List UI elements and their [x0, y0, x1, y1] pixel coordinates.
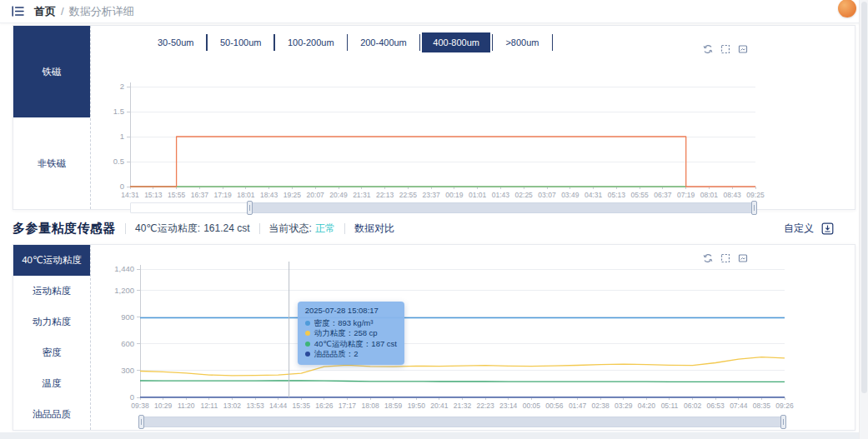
x-tick-label: 14:31	[121, 191, 139, 199]
tab-separator	[419, 34, 421, 51]
x-tick-label: 00:19	[445, 191, 464, 199]
sidebar-item-密度[interactable]: 密度	[13, 337, 90, 368]
x-tick-label: 19:25	[283, 191, 302, 199]
x-tick-label: 18:59	[384, 402, 403, 410]
scrollbar-thumb[interactable]	[861, 2, 867, 393]
y-tick-label: 2	[120, 82, 124, 91]
sidebar-item-温度[interactable]: 温度	[13, 368, 90, 399]
x-tick-label: 08:01	[700, 191, 719, 199]
tab-200-400um[interactable]: 200-400um	[349, 32, 418, 52]
tab-100-200um[interactable]: 100-200um	[277, 32, 345, 52]
x-tick-label: 00:56	[545, 402, 564, 410]
save-image-icon[interactable]	[738, 253, 748, 263]
x-tick-label: 07:44	[730, 402, 748, 410]
data-zoom-icon[interactable]	[720, 253, 730, 263]
x-tick-label: 12:11	[201, 402, 218, 410]
x-tick-label: 23:14	[499, 402, 518, 410]
grid	[140, 269, 785, 371]
y-tick-label: 600	[121, 339, 134, 348]
x-tick-label: 05:55	[630, 191, 649, 199]
x-tick-label: 08:43	[724, 191, 742, 199]
viscosity-header: 多参量粘度传感器 40℃运动粘度:161.24 cst 当前状态:正常 数据对比…	[13, 215, 855, 242]
x-tick-label: 18:43	[260, 191, 278, 199]
grid	[130, 87, 755, 162]
status-label: 当前状态:	[269, 222, 312, 234]
tab-400-800um[interactable]: 400-800um	[422, 32, 490, 52]
datazoom-handle-left[interactable]	[138, 415, 144, 429]
y-tick-label: 1,200	[114, 286, 134, 295]
axis-labels: 03006009001,2001,44009:3810:2911:2012:11…	[114, 264, 794, 409]
x-tick-label: 21:31	[353, 191, 371, 199]
stat-value: 161.24 cst	[203, 222, 249, 234]
x-tick-label: 01:43	[492, 191, 510, 199]
y-tick-label: 1	[120, 132, 124, 141]
x-tick-label: 05:13	[608, 191, 626, 199]
viscosity-sidebar: 40℃运动粘度运动粘度动力粘度密度温度油品品质	[13, 245, 91, 430]
x-tick-label: 06:02	[684, 402, 702, 410]
particle-size-tabs: 30-50um50-100um100-200um200-400um400-800…	[147, 32, 554, 53]
tab->800um[interactable]: >800um	[494, 32, 549, 52]
restore-icon[interactable]	[703, 253, 713, 263]
x-tick-label: 03:49	[561, 191, 580, 199]
vertical-scrollbar[interactable]	[859, 0, 868, 439]
sidebar-item-动力粘度[interactable]: 动力粘度	[13, 307, 90, 337]
series-40℃运动粘度	[140, 381, 785, 382]
x-tick-label: 17:19	[213, 191, 232, 199]
x-tick-label: 23:37	[422, 191, 440, 199]
axis-labels: 00.511.5214:3115:1315:5516:3717:1918:011…	[113, 82, 765, 198]
x-tick-label: 04:20	[638, 402, 656, 410]
x-tick-label: 09:25	[746, 191, 765, 199]
x-tick-label: 22:23	[476, 402, 494, 410]
viscosity-chart: 03006009001,2001,44009:3810:2911:2012:11…	[13, 245, 856, 432]
restore-icon[interactable]	[703, 44, 713, 54]
x-tick-label: 18:08	[361, 402, 379, 410]
x-tick-label: 02:25	[515, 191, 534, 199]
export-icon[interactable]	[821, 222, 834, 235]
x-tick-label: 10:29	[154, 402, 173, 410]
y-tick-label: 900	[121, 312, 134, 322]
tab-30-50um[interactable]: 30-50um	[147, 32, 204, 52]
breadcrumb-home[interactable]: 首页	[34, 4, 56, 19]
datazoom-handle-right[interactable]	[780, 415, 786, 429]
particle-datazoom-slider[interactable]	[130, 202, 755, 213]
sidebar-item-铁磁[interactable]: 铁磁	[13, 26, 90, 117]
datazoom-selected-range[interactable]	[249, 202, 755, 213]
data-analysis-page: 首页 / 数据分析详细 00.511.5214:3115:1315:5516:3…	[0, 0, 868, 439]
customize-button[interactable]: 自定义	[784, 222, 814, 236]
sidebar-item-40℃运动粘度[interactable]: 40℃运动粘度	[13, 245, 90, 276]
viscosity-datazoom-slider[interactable]	[140, 417, 785, 427]
tab-separator	[273, 34, 275, 51]
page-footer-strip	[0, 432, 868, 439]
tab-separator	[552, 34, 554, 51]
x-tick-label: 09:38	[131, 402, 149, 410]
x-tick-label: 13:53	[246, 402, 264, 410]
sidebar-item-油品品质[interactable]: 油品品质	[13, 399, 90, 430]
data-compare-link[interactable]: 数据对比	[354, 222, 394, 236]
separator	[125, 223, 126, 234]
x-tick-label: 01:47	[569, 402, 587, 410]
user-avatar[interactable]	[838, 0, 856, 17]
particle-analysis-card: 00.511.5214:3115:1315:5516:3717:1918:011…	[13, 25, 855, 210]
x-tick-label: 20:49	[329, 191, 348, 199]
x-tick-label: 17:17	[339, 402, 357, 410]
x-tick-label: 16:26	[315, 402, 334, 410]
x-tick-label: 22:55	[399, 191, 418, 199]
y-tick-label: 1,440	[114, 264, 134, 273]
collapse-menu-icon[interactable]	[12, 6, 24, 17]
axes	[137, 265, 785, 400]
data-zoom-icon[interactable]	[720, 44, 730, 54]
sidebar-item-非铁磁[interactable]: 非铁磁	[13, 117, 90, 209]
datazoom-handle-left[interactable]	[247, 201, 253, 215]
axes	[127, 82, 755, 189]
sidebar-item-运动粘度[interactable]: 运动粘度	[13, 276, 90, 307]
datazoom-handle-right[interactable]	[751, 201, 757, 215]
save-image-icon[interactable]	[738, 44, 748, 54]
status-indicator: 当前状态:正常	[269, 222, 335, 236]
x-tick-label: 03:07	[538, 191, 556, 199]
stat-label: 40℃运动粘度:	[135, 222, 200, 234]
tab-50-100um[interactable]: 50-100um	[209, 32, 273, 52]
datazoom-selected-range[interactable]	[141, 417, 784, 427]
x-tick-label: 15:13	[144, 191, 163, 199]
x-tick-label: 03:29	[615, 402, 633, 410]
viscosity-card: 03006009001,2001,44009:3810:2911:2012:11…	[13, 244, 855, 431]
